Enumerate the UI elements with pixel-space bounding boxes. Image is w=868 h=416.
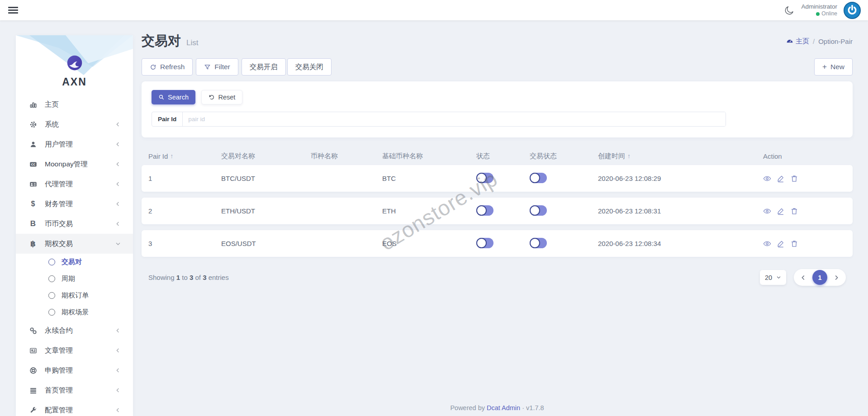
sidebar-item-system[interactable]: 系统 [16, 114, 133, 134]
search-icon [158, 94, 165, 100]
entries-summary: Showing 1 to 3 of 3 entries [148, 274, 229, 281]
letter-b-icon: B [29, 220, 37, 228]
sort-asc-icon[interactable]: ↑ [170, 152, 173, 160]
sidebar-item-label: 币币交易 [45, 219, 115, 229]
sort-asc-icon[interactable]: ↑ [627, 152, 631, 160]
sidebar-item-label: 文章管理 [45, 346, 115, 355]
pair-id-field-row: Pair Id [152, 112, 726, 127]
power-icon [846, 5, 858, 16]
sidebar-subitem-label: 交易对 [62, 258, 82, 266]
view-eye-icon[interactable] [763, 240, 771, 248]
page-size-select[interactable]: 20 [760, 270, 786, 285]
avatar[interactable] [844, 2, 861, 19]
sidebar-subitem-option-order[interactable]: 期权订单 [16, 287, 133, 304]
column-header: 基础币种名称 [382, 152, 476, 161]
sidebar-item-subscription[interactable]: 申购管理 [16, 360, 133, 380]
refresh-button[interactable]: Refresh [142, 58, 193, 76]
user-name: Administrator [801, 3, 837, 11]
current-page-button[interactable]: 1 [812, 270, 827, 285]
sidebar-item-homepage[interactable]: 首页管理 [16, 380, 133, 400]
delete-trash-icon[interactable] [790, 175, 798, 183]
edit-pencil-icon[interactable] [777, 175, 785, 183]
toggle-knob [530, 205, 540, 216]
reset-button[interactable]: Reset [201, 90, 242, 104]
trade-close-button[interactable]: 交易关闭 [287, 58, 332, 76]
chevron-left-icon [115, 161, 121, 167]
sidebar-subitem-period[interactable]: 周期 [16, 270, 133, 287]
pair-id-input[interactable] [183, 112, 726, 126]
top-navbar: Administrator Online [0, 0, 868, 20]
sidebar-subitem-option-pair[interactable]: 交易对 [16, 254, 133, 270]
svg-text:CC: CC [31, 163, 35, 166]
list-icon [29, 386, 37, 394]
cell-base-coin: ETH [382, 207, 476, 215]
filter-button[interactable]: Filter [196, 58, 238, 76]
prev-page-icon[interactable] [800, 274, 806, 281]
edit-pencil-icon[interactable] [777, 240, 785, 248]
toggle-knob [530, 238, 540, 248]
status-toggle[interactable] [476, 238, 493, 248]
table-row: 1 BTC/USDT BTC 2020-06-23 12:08:29 [142, 165, 853, 192]
status-toggle[interactable] [476, 205, 493, 216]
dcat-admin-link[interactable]: Dcat Admin [487, 404, 520, 411]
delete-trash-icon[interactable] [790, 240, 798, 248]
sidebar-item-label: 主页 [45, 100, 121, 109]
column-header[interactable]: 创建时间↑ [598, 152, 763, 161]
toggle-knob [476, 173, 487, 183]
row-actions [763, 175, 853, 183]
delete-trash-icon[interactable] [790, 207, 798, 215]
chart-bar-icon [29, 100, 37, 109]
column-header: 币种名称 [311, 152, 382, 161]
page-footer: Powered by Dcat Admin · v1.7.8 [142, 404, 853, 416]
table-footer: Showing 1 to 3 of 3 entries 20 1 [142, 269, 853, 286]
id-card-icon [29, 180, 37, 188]
sidebar-menu: 主页 系统 用户管理 CC Moonpay管理 [16, 95, 133, 416]
pagination: 1 [794, 269, 846, 286]
search-button[interactable]: Search [152, 90, 195, 104]
trade-status-toggle[interactable] [530, 173, 547, 183]
sidebar-item-spot-trade[interactable]: B 币币交易 [16, 214, 133, 234]
trade-open-button[interactable]: 交易开启 [242, 58, 286, 76]
cell-created-at: 2020-06-23 12:08:34 [598, 240, 763, 247]
column-header[interactable]: Pair Id↑ [148, 152, 221, 160]
chevron-left-icon [115, 121, 121, 128]
sidebar-item-label: 配置管理 [45, 406, 115, 415]
sidebar-item-users[interactable]: 用户管理 [16, 134, 133, 154]
column-header: Action [763, 152, 853, 160]
logo[interactable]: AXN [16, 35, 133, 88]
next-page-icon[interactable] [833, 274, 840, 281]
sidebar-item-perpetual[interactable]: 永续合约 [16, 321, 133, 340]
dark-mode-moon-icon[interactable] [784, 5, 795, 16]
menu-toggle-icon[interactable] [8, 5, 18, 15]
view-eye-icon[interactable] [763, 175, 771, 183]
sidebar-item-label: 用户管理 [45, 140, 115, 149]
view-eye-icon[interactable] [763, 207, 771, 215]
sidebar-item-moonpay[interactable]: CC Moonpay管理 [16, 154, 133, 174]
page-title: 交易对 [142, 32, 181, 50]
sidebar-item-home[interactable]: 主页 [16, 95, 133, 114]
sidebar-subitem-option-scene[interactable]: 期权场景 [16, 304, 133, 321]
trade-status-toggle[interactable] [530, 238, 547, 248]
sidebar-item-agents[interactable]: 代理管理 [16, 174, 133, 194]
sidebar-item-config[interactable]: 配置管理 [16, 400, 133, 416]
chevron-left-icon [115, 201, 121, 207]
wrench-icon [29, 406, 37, 414]
filter-icon [204, 64, 211, 71]
sidebar-item-option-trade[interactable]: ฿ 期权交易 [16, 234, 133, 254]
trade-status-toggle[interactable] [530, 205, 547, 216]
cell-pair-id: 3 [148, 240, 221, 247]
sidebar-item-label: 首页管理 [45, 386, 115, 395]
sidebar-item-finance[interactable]: $ 财务管理 [16, 194, 133, 214]
sidebar-item-label: 财务管理 [45, 199, 115, 209]
dollar-icon: $ [29, 200, 37, 208]
new-button[interactable]: + New [814, 58, 853, 76]
cell-base-coin: BTC [382, 175, 476, 182]
breadcrumb: 主页 / Option-Pair [786, 37, 853, 46]
breadcrumb-home[interactable]: 主页 [786, 37, 809, 46]
status-toggle[interactable] [476, 173, 493, 183]
table-header: Pair Id↑ 交易对名称 币种名称 基础币种名称 状态 交易状态 创建时间↑… [142, 147, 853, 165]
user-block[interactable]: Administrator Online [801, 3, 837, 18]
sidebar-item-articles[interactable]: 文章管理 [16, 340, 133, 360]
edit-pencil-icon[interactable] [777, 207, 785, 215]
sidebar-item-label: Moonpay管理 [45, 160, 115, 169]
